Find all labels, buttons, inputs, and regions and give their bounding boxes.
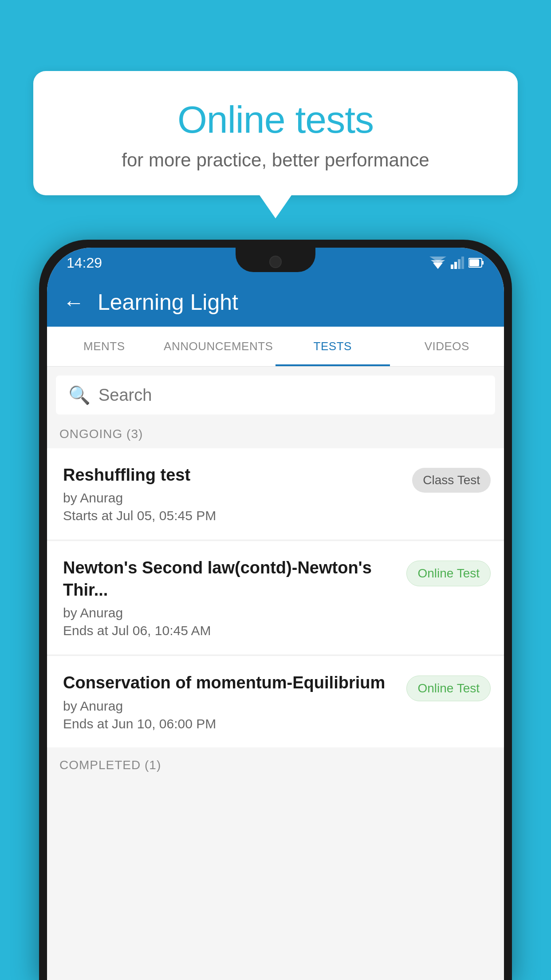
- completed-section-header: COMPLETED (1): [47, 748, 504, 777]
- wifi-icon: [429, 257, 446, 269]
- battery-icon: [468, 257, 484, 268]
- test-badge-class-test: Class Test: [412, 468, 491, 493]
- test-date: Ends at Jun 10, 06:00 PM: [63, 716, 398, 731]
- test-title: Conservation of momentum-Equilibrium: [63, 672, 398, 694]
- ongoing-section-header: ONGOING (3): [47, 415, 504, 448]
- svg-rect-4: [454, 262, 457, 269]
- test-date: Ends at Jul 06, 10:45 AM: [63, 623, 398, 638]
- test-card[interactable]: Newton's Second law(contd)-Newton's Thir…: [47, 541, 504, 654]
- tab-tests[interactable]: TESTS: [276, 327, 390, 366]
- svg-rect-8: [482, 261, 484, 265]
- search-bar: 🔍: [56, 375, 495, 415]
- tab-announcements[interactable]: ANNOUNCEMENTS: [161, 327, 276, 366]
- app-bar: ← Learning Light: [47, 278, 504, 327]
- test-info: Conservation of momentum-Equilibrium by …: [63, 672, 398, 731]
- phone-inner: 14:29: [47, 248, 504, 980]
- test-info: Newton's Second law(contd)-Newton's Thir…: [63, 557, 398, 638]
- svg-rect-3: [451, 265, 453, 269]
- status-time: 14:29: [67, 255, 102, 271]
- svg-rect-5: [458, 259, 460, 269]
- camera: [269, 256, 282, 268]
- tab-videos[interactable]: VIDEOS: [390, 327, 504, 366]
- test-title: Newton's Second law(contd)-Newton's Thir…: [63, 557, 398, 601]
- search-input[interactable]: [98, 386, 483, 405]
- notch: [236, 248, 315, 272]
- back-button[interactable]: ←: [63, 290, 84, 315]
- test-by: by Anurag: [63, 605, 398, 620]
- test-card[interactable]: Reshuffling test by Anurag Starts at Jul…: [47, 448, 504, 539]
- bubble-subtitle: for more practice, better performance: [60, 150, 491, 171]
- test-info: Reshuffling test by Anurag Starts at Jul…: [63, 464, 403, 523]
- phone-frame: 14:29: [39, 240, 512, 980]
- phone-content: 🔍 ONGOING (3) Reshuffling test by Anurag…: [47, 367, 504, 980]
- test-card[interactable]: Conservation of momentum-Equilibrium by …: [47, 656, 504, 747]
- bubble-title: Online tests: [60, 98, 491, 142]
- app-title: Learning Light: [98, 289, 238, 315]
- phone-screen: 14:29: [47, 248, 504, 980]
- test-badge-online-test-2: Online Test: [406, 676, 491, 701]
- svg-rect-9: [469, 259, 479, 266]
- tab-bar: MENTS ANNOUNCEMENTS TESTS VIDEOS: [47, 327, 504, 367]
- test-badge-online-test: Online Test: [406, 561, 491, 586]
- test-date: Starts at Jul 05, 05:45 PM: [63, 508, 403, 523]
- test-by: by Anurag: [63, 490, 403, 506]
- speech-bubble: Online tests for more practice, better p…: [33, 71, 518, 195]
- svg-marker-2: [429, 257, 446, 262]
- signal-icon: [451, 257, 464, 269]
- test-by: by Anurag: [63, 699, 398, 714]
- status-icons: [429, 257, 484, 269]
- test-title: Reshuffling test: [63, 464, 403, 486]
- search-icon: 🔍: [68, 385, 91, 406]
- tab-ments[interactable]: MENTS: [47, 327, 161, 366]
- svg-rect-6: [461, 257, 464, 269]
